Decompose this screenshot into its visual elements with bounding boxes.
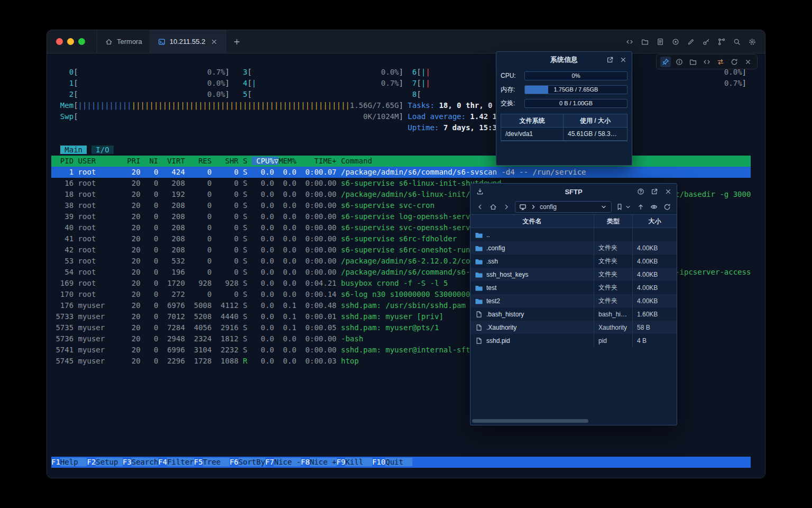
pin-button[interactable] [660, 57, 671, 67]
external-button[interactable] [606, 56, 614, 64]
transfer-button[interactable] [715, 57, 726, 67]
fn-f8[interactable]: F8Nice + [301, 458, 336, 466]
question-button[interactable] [636, 187, 645, 196]
metric-bar: 1.75GB / 7.65GB [524, 85, 628, 94]
horizontal-scrollbar[interactable] [472, 419, 588, 423]
terminal-line: Swp[ 0K/1024M] Load average: 1.42 1.19 1… [51, 111, 751, 122]
refresh-button[interactable] [729, 57, 740, 67]
metric-row: 内存: 1.75GB / 7.65GB [501, 83, 628, 96]
metric-row: 交换: 0 B / 1.00GB [501, 96, 628, 110]
file-row[interactable]: .ssh 文件夹 4.00KB [470, 255, 677, 268]
metric-label: 内存: [501, 85, 522, 94]
code-button[interactable] [702, 57, 712, 67]
pin-icon [661, 58, 670, 66]
terminal-line: Mem[||||||||||||||||||||||||||||||||||||… [51, 100, 751, 111]
metric-label: 交换: [501, 99, 522, 108]
folder-button[interactable] [640, 37, 650, 47]
scrollbar-track [472, 419, 675, 423]
file-list-button[interactable] [655, 37, 665, 47]
bookmark-icon [615, 203, 624, 211]
fn-f10[interactable]: F10Quit [372, 458, 412, 466]
eye-button[interactable] [649, 202, 659, 212]
close-tab-icon[interactable] [210, 38, 218, 46]
system-info-title: 系统信息 [550, 55, 578, 65]
close-icon [744, 58, 752, 66]
back-button[interactable] [475, 202, 485, 212]
terminal-line: 2[ 0.0%] 5[ 8[ [51, 89, 751, 100]
gear-button[interactable] [747, 37, 757, 47]
new-tab-button[interactable] [226, 30, 247, 53]
transfers-button[interactable] [476, 187, 484, 196]
file-row[interactable]: .Xauthority Xauthority 58 B [470, 321, 677, 334]
fn-f3[interactable]: F3Search [123, 458, 158, 466]
record-icon [671, 38, 680, 46]
metric-label: CPU: [501, 72, 522, 79]
fn-f7[interactable]: F7Nice - [265, 458, 301, 466]
system-info-titlebar: 系统信息 [496, 52, 632, 68]
close-button[interactable] [619, 56, 628, 64]
column-size[interactable]: 大小 [633, 215, 677, 228]
close-button[interactable] [664, 187, 672, 196]
folder-button[interactable] [688, 57, 698, 67]
file-icon [475, 323, 483, 332]
search-button[interactable] [732, 37, 742, 47]
eye-icon [650, 203, 658, 211]
file-row[interactable]: .config 文件夹 4.00KB [470, 241, 677, 255]
sftp-titlebar: SFTP [470, 184, 677, 199]
fn-f5[interactable]: F5Tree [194, 458, 229, 466]
bookmarks-button[interactable] [615, 203, 632, 211]
file-icon [475, 337, 483, 345]
refresh-button[interactable] [662, 202, 672, 212]
metric-value: 1.75GB / 7.65GB [525, 86, 627, 94]
transfer-icon [716, 58, 725, 66]
forward-button[interactable] [502, 202, 511, 212]
external-button[interactable] [650, 187, 659, 196]
tab-termora[interactable]: Termora [97, 30, 150, 53]
close-window-button[interactable] [56, 38, 63, 45]
home-button[interactable] [488, 202, 498, 212]
fs-table-header: 文件系统使用 / 大小 [501, 114, 627, 128]
file-table-header: 文件名类型大小 [470, 214, 677, 228]
chevron-down-icon [624, 203, 632, 211]
info-button[interactable] [674, 57, 685, 67]
terminal-line [51, 133, 751, 144]
home-icon [105, 38, 113, 46]
zoom-window-button[interactable] [78, 38, 85, 45]
plus-icon[interactable] [233, 38, 241, 46]
column-type[interactable]: 类型 [594, 215, 633, 228]
file-row[interactable]: sshd.pid pid 4 B [470, 334, 677, 347]
key-button[interactable] [701, 37, 711, 47]
download-icon[interactable] [476, 187, 484, 196]
fn-f1[interactable]: F1Help [51, 458, 87, 466]
tab-session[interactable]: 10.211.55.2 [150, 30, 227, 53]
terminal-icon [158, 38, 166, 46]
folder-fill-icon [475, 257, 483, 266]
fn-f2[interactable]: F2Setup [87, 458, 122, 466]
close-icon [210, 38, 218, 46]
file-row[interactable]: .. [470, 228, 677, 241]
fs-table-row[interactable]: /dev/vda145.61GB / 58.3… [501, 128, 627, 141]
terminal-line: 1 root 20 0 424 0 0 S 0.0 0.0 0:00.07 /p… [51, 167, 751, 178]
record-button[interactable] [670, 37, 680, 47]
path-breadcrumb[interactable]: config [515, 201, 612, 213]
fn-f4[interactable]: F4Filter [158, 458, 193, 466]
file-row[interactable]: test 文件夹 4.00KB [470, 281, 677, 294]
fn-f6[interactable]: F6SortBy [229, 458, 265, 466]
keymap-button[interactable] [716, 37, 726, 47]
app-window: Termora 10.211.55.2 0[ 0.7%] 3[ 0.0%] 6[… [47, 30, 765, 478]
file-row[interactable]: .bash_history bash_hi… 1.60KB [470, 307, 677, 321]
file-icon [475, 310, 483, 319]
minimize-window-button[interactable] [67, 38, 74, 45]
edit-button[interactable] [686, 37, 696, 47]
file-row[interactable]: test2 文件夹 4.00KB [470, 294, 677, 307]
folder-fill-icon [475, 270, 483, 279]
file-row[interactable]: ssh_host_keys 文件夹 4.00KB [470, 268, 677, 281]
code-button[interactable] [624, 37, 634, 47]
close-button[interactable] [743, 57, 753, 67]
up-button[interactable] [636, 202, 645, 212]
fn-f9[interactable]: F9Kill [337, 458, 372, 466]
chevron-down-icon [599, 203, 608, 211]
column-name[interactable]: 文件名 [470, 215, 594, 228]
filesystem-table: 文件系统使用 / 大小/dev/vda145.61GB / 58.3… [501, 114, 628, 141]
key-icon [702, 38, 710, 46]
